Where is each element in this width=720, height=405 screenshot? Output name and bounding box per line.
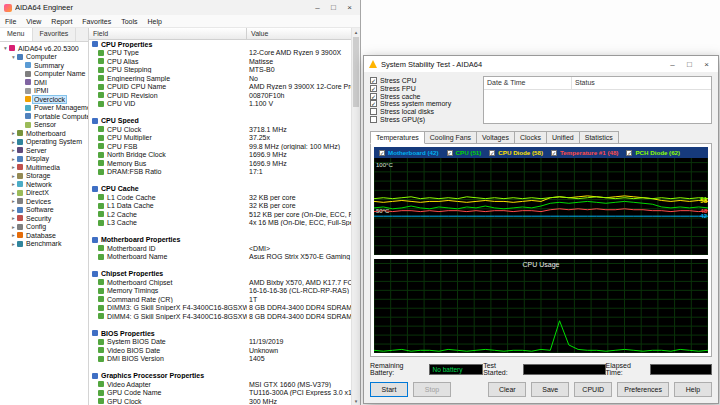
minimize-icon[interactable]: – [311, 0, 324, 15]
value-column-header[interactable]: Value [247, 28, 351, 39]
table-row[interactable]: DRAM:FSB Ratio17:1 [89, 168, 351, 177]
legend-item-cpu-diode-58[interactable]: ✓CPU Diode (58) [489, 149, 543, 156]
table-row[interactable]: Video BIOS DateUnknown [89, 346, 351, 355]
menu-item-report[interactable]: Report [46, 18, 77, 25]
table-row[interactable]: DIMM4: G Skill SniperX F4-3400C16-8GSXW8… [89, 312, 351, 321]
tree-item-display[interactable]: ▸Display [0, 155, 88, 164]
tree-item-ipmi[interactable]: IPMI [0, 87, 88, 96]
tree-item-security[interactable]: ▸Security [0, 214, 88, 223]
save-button[interactable]: Save [531, 382, 569, 397]
table-row[interactable]: BIOS Properties [89, 329, 351, 338]
table-row[interactable]: Memory Bus1696.9 MHz [89, 159, 351, 168]
help-button[interactable]: Help [674, 382, 712, 397]
tree-item-power-management[interactable]: Power Management [0, 104, 88, 113]
menu-item-tools[interactable]: Tools [116, 18, 142, 25]
tree-item-portable-computer[interactable]: Portable Computer [0, 112, 88, 121]
checkbox-stress-cache[interactable]: ✓Stress cache [370, 93, 478, 100]
table-row[interactable]: Motherboard NameAsus ROG Strix X570-E Ga… [89, 253, 351, 262]
tree-item-server[interactable]: ▸Server [0, 146, 88, 155]
table-row[interactable]: DIMM3: G Skill SniperX F4-3400C16-8GSXW8… [89, 304, 351, 313]
legend-item-motherboard-42[interactable]: ✓Motherboard (42) [379, 149, 439, 156]
tree-item-benchmark[interactable]: ▸Benchmark [0, 240, 88, 249]
cpuid-button[interactable]: CPUID [574, 382, 612, 397]
tree-item-software[interactable]: ▸Software [0, 206, 88, 215]
table-row[interactable]: CPU FSB99.8 MHz (original: 100 MHz) [89, 142, 351, 151]
tree-item-network[interactable]: ▸Network [0, 180, 88, 189]
tree-item-overclock[interactable]: Overclock [0, 95, 88, 104]
tab-statistics[interactable]: Statistics [579, 131, 619, 144]
table-row[interactable]: North Bridge Clock1696.9 MHz [89, 151, 351, 160]
tab-clocks[interactable]: Clocks [514, 131, 547, 144]
table-row[interactable]: Command Rate (CR)1T [89, 295, 351, 304]
menu-item-view[interactable]: View [21, 18, 46, 25]
table-row[interactable]: GPU Code NameTU116-300A (PCI Express 3.0… [89, 389, 351, 398]
tab-voltages[interactable]: Voltages [476, 131, 515, 144]
table-row[interactable]: CPU Multiplier37.25x [89, 134, 351, 143]
menu-item-favorites[interactable]: Favorites [77, 18, 116, 25]
table-row[interactable]: CPUID CPU NameAMD Ryzen 9 3900X 12-Core … [89, 83, 351, 92]
tab-unified[interactable]: Unified [546, 131, 580, 144]
tab-temperatures[interactable]: Temperatures [370, 131, 425, 144]
preferences-button[interactable]: Preferences [617, 382, 669, 397]
table-row[interactable]: CPU Cache [89, 185, 351, 194]
table-row[interactable]: Motherboard ID<DMI> [89, 244, 351, 253]
tree-item-database[interactable]: ▸Database [0, 231, 88, 240]
tab-cooling-fans[interactable]: Cooling Fans [424, 131, 477, 144]
table-row[interactable]: CPU Type12-Core AMD Ryzen 9 3900X [89, 49, 351, 58]
sidebar-tab-favorites[interactable]: Favorites [33, 28, 77, 41]
table-row[interactable]: Engineering SampleNo [89, 74, 351, 83]
legend-item-cpu-51[interactable]: ✓CPU (51) [447, 149, 482, 156]
table-row[interactable]: L1 Code Cache32 KB per core [89, 193, 351, 202]
table-row[interactable]: CPU Speed [89, 117, 351, 126]
menu-item-help[interactable]: Help [142, 18, 166, 25]
vertical-scrollbar[interactable]: ▴ ▾ [351, 28, 360, 405]
table-row[interactable]: Chipset Properties [89, 270, 351, 279]
table-row[interactable]: L1 Data Cache32 KB per core [89, 202, 351, 211]
titlebar[interactable]: AIDA64 Engineer – □ × [0, 0, 360, 15]
titlebar[interactable]: System Stability Test - AIDA64 – □ × [364, 56, 718, 72]
table-row[interactable]: CPU Properties [89, 40, 351, 49]
checkbox-stress-system-memory[interactable]: ✓Stress system memory [370, 100, 478, 107]
scroll-up-icon[interactable]: ▴ [355, 28, 358, 36]
table-row[interactable]: Graphics Processor Properties [89, 372, 351, 381]
tree-item-config[interactable]: ▸Config [0, 223, 88, 232]
close-icon[interactable]: × [343, 0, 356, 15]
tree-item-motherboard[interactable]: ▸Motherboard [0, 129, 88, 138]
checkbox-stress-local-disks[interactable]: Stress local disks [370, 108, 478, 115]
checkbox-stress-fpu[interactable]: ✓Stress FPU [370, 85, 478, 92]
sidebar-tab-menu[interactable]: Menu [0, 28, 33, 41]
tree-item-computer-name[interactable]: Computer Name [0, 70, 88, 79]
menu-item-file[interactable]: File [0, 18, 21, 25]
table-row[interactable]: CPU AliasMatisse [89, 57, 351, 66]
checkbox-stress-cpu[interactable]: ✓Stress CPU [370, 77, 478, 84]
table-row[interactable]: System BIOS Date11/19/2019 [89, 338, 351, 347]
minimize-icon[interactable]: – [666, 57, 679, 72]
start-button[interactable]: Start [370, 382, 408, 397]
table-row[interactable]: GPU Clock300 MHz [89, 397, 351, 405]
tree-item-sensor[interactable]: Sensor [0, 121, 88, 130]
tree-item-operating-system[interactable]: ▸Operating System [0, 138, 88, 147]
legend-item-temperature-1-48[interactable]: ✓Temperature #1 (48) [551, 149, 618, 156]
tree-item-storage[interactable]: ▸Storage [0, 172, 88, 181]
tree-item-computer[interactable]: ▾Computer [0, 53, 88, 62]
table-row[interactable]: DMI BIOS Version1405 [89, 355, 351, 364]
table-row[interactable]: Video AdapterMSI GTX 1660 (MS-V379) [89, 380, 351, 389]
tree-item-multimedia[interactable]: ▸Multimedia [0, 163, 88, 172]
scrollbar-thumb[interactable] [353, 37, 359, 107]
checkbox-stress-gpu-s[interactable]: Stress GPU(s) [370, 116, 478, 123]
table-row[interactable]: CPU Clock3718.1 MHz [89, 125, 351, 134]
table-row[interactable]: CPU VID1.100 V [89, 100, 351, 109]
tree-item-directx[interactable]: ▸DirectX [0, 189, 88, 198]
maximize-icon[interactable]: □ [683, 57, 696, 72]
field-column-header[interactable]: Field [89, 28, 247, 39]
table-row[interactable]: Motherboard Properties [89, 236, 351, 245]
tree-item-dmi[interactable]: DMI [0, 78, 88, 87]
close-icon[interactable]: × [700, 57, 713, 72]
table-row[interactable]: Memory Timings16-16-16-36 (CL-RCD-RP-RAS… [89, 287, 351, 296]
table-row[interactable]: CPUID Revision00870F10h [89, 91, 351, 100]
table-row[interactable]: L2 Cache512 KB per core (On-Die, ECC, Fu… [89, 210, 351, 219]
clear-button[interactable]: Clear [488, 382, 526, 397]
legend-item-pch-diode-62[interactable]: ✓PCH Diode (62) [626, 149, 680, 156]
table-row[interactable]: L3 Cache4x 16 MB (On-Die, ECC, Full-Spee… [89, 219, 351, 228]
maximize-icon[interactable]: □ [327, 0, 340, 15]
